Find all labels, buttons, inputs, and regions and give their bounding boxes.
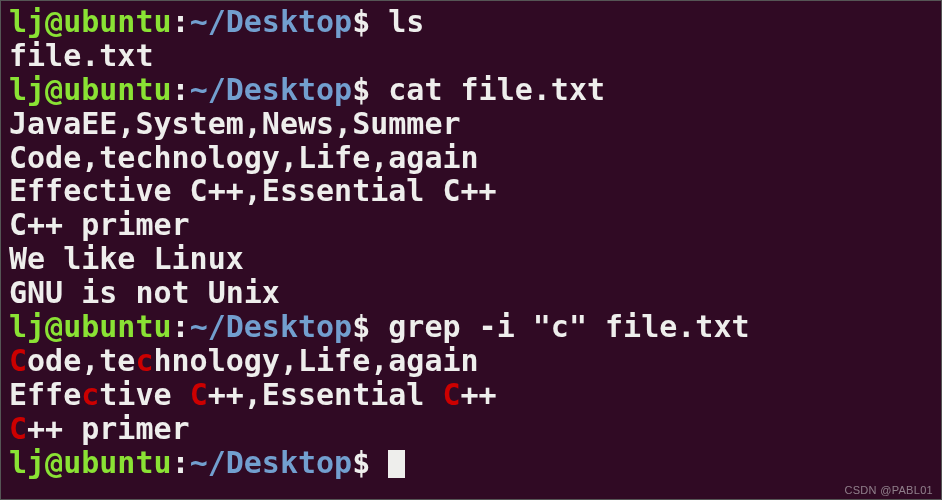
grep-text: tive	[99, 377, 189, 412]
prompt-line-active[interactable]: lj@ubuntu:~/Desktop$	[9, 446, 933, 480]
output-line: GNU is not Unix	[9, 276, 933, 310]
output-line: We like Linux	[9, 242, 933, 276]
prompt-path: ~/Desktop	[190, 309, 353, 344]
grep-match: C	[9, 411, 27, 446]
prompt-dollar: $	[352, 445, 388, 480]
grep-text: ++ primer	[27, 411, 190, 446]
prompt-dollar: $	[352, 309, 388, 344]
grep-match: C	[190, 377, 208, 412]
prompt-line: lj@ubuntu:~/Desktop$ cat file.txt	[9, 73, 933, 107]
grep-match: C	[9, 343, 27, 378]
prompt-dollar: $	[352, 72, 388, 107]
prompt-user: lj@ubuntu	[9, 4, 172, 39]
prompt-user: lj@ubuntu	[9, 445, 172, 480]
prompt-dollar: $	[352, 4, 388, 39]
prompt-user: lj@ubuntu	[9, 309, 172, 344]
grep-text: hnology,Life,again	[154, 343, 479, 378]
output-line: Code,technology,Life,again	[9, 141, 933, 175]
grep-text: ++	[461, 377, 497, 412]
prompt-sep: :	[172, 445, 190, 480]
grep-output-line: C++ primer	[9, 412, 933, 446]
cursor-block	[388, 450, 405, 478]
output-line: C++ primer	[9, 208, 933, 242]
prompt-line: lj@ubuntu:~/Desktop$ grep -i "c" file.tx…	[9, 310, 933, 344]
grep-text: ++,Essential	[208, 377, 443, 412]
watermark-text: CSDN @PABL01	[844, 484, 933, 496]
prompt-user: lj@ubuntu	[9, 72, 172, 107]
command-text: ls	[388, 4, 424, 39]
prompt-path: ~/Desktop	[190, 445, 353, 480]
command-text: grep -i "c" file.txt	[388, 309, 749, 344]
output-line: JavaEE,System,News,Summer	[9, 107, 933, 141]
grep-match: c	[135, 343, 153, 378]
prompt-sep: :	[172, 72, 190, 107]
prompt-path: ~/Desktop	[190, 4, 353, 39]
prompt-path: ~/Desktop	[190, 72, 353, 107]
grep-output-line: Effective C++,Essential C++	[9, 378, 933, 412]
prompt-line: lj@ubuntu:~/Desktop$ ls	[9, 5, 933, 39]
grep-output-line: Code,technology,Life,again	[9, 344, 933, 378]
output-line: file.txt	[9, 39, 933, 73]
grep-match: C	[443, 377, 461, 412]
prompt-sep: :	[172, 4, 190, 39]
grep-text: ode,te	[27, 343, 135, 378]
prompt-sep: :	[172, 309, 190, 344]
grep-match: c	[81, 377, 99, 412]
output-line: Effective C++,Essential C++	[9, 174, 933, 208]
terminal-window[interactable]: lj@ubuntu:~/Desktop$ ls file.txt lj@ubun…	[9, 5, 933, 480]
command-text: cat file.txt	[388, 72, 605, 107]
grep-text: Effe	[9, 377, 81, 412]
